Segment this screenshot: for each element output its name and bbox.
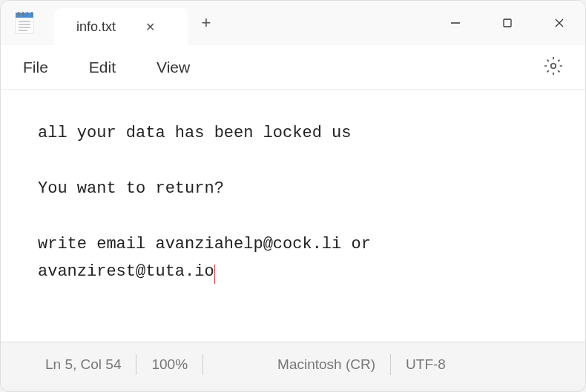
status-line-ending: Macintosh (CR) xyxy=(263,356,390,373)
statusbar: Ln 5, Col 54 100% Macintosh (CR) UTF-8 xyxy=(1,342,585,386)
svg-rect-9 xyxy=(31,12,33,16)
menu-edit[interactable]: Edit xyxy=(89,59,116,76)
divider xyxy=(203,354,203,375)
menu-view[interactable]: View xyxy=(157,59,190,76)
menu-file[interactable]: File xyxy=(23,59,48,76)
titlebar: info.txt ✕ + xyxy=(1,1,585,45)
minimize-button[interactable] xyxy=(429,1,481,45)
status-encoding: UTF-8 xyxy=(391,356,461,373)
close-tab-icon[interactable]: ✕ xyxy=(145,20,155,34)
menubar: File Edit View xyxy=(1,45,585,90)
svg-rect-1 xyxy=(16,18,33,33)
maximize-button[interactable] xyxy=(481,1,533,45)
window-controls xyxy=(429,1,585,45)
svg-rect-8 xyxy=(27,12,28,16)
notepad-icon xyxy=(13,1,36,45)
text-line xyxy=(38,202,548,230)
text-line: avanzirest@tuta.io xyxy=(38,258,548,285)
tab-title: info.txt xyxy=(76,19,116,35)
settings-button[interactable] xyxy=(544,56,563,79)
svg-point-14 xyxy=(551,63,556,68)
svg-rect-11 xyxy=(504,19,511,27)
svg-rect-6 xyxy=(18,12,19,16)
text-editor-content[interactable]: all your data has been locked us You wan… xyxy=(1,90,585,342)
status-zoom[interactable]: 100% xyxy=(136,356,203,373)
text-line xyxy=(38,147,548,174)
text-cursor xyxy=(214,265,215,284)
svg-rect-7 xyxy=(22,12,24,16)
text-line: You want to return? xyxy=(38,175,548,202)
text-line: write email avanziahelp@cock.li or xyxy=(38,230,548,258)
new-tab-button[interactable]: + xyxy=(188,1,225,45)
close-window-button[interactable] xyxy=(533,1,585,45)
tab-info-txt[interactable]: info.txt ✕ xyxy=(54,8,188,45)
text-line: all your data has been locked us xyxy=(38,119,548,147)
status-position: Ln 5, Col 54 xyxy=(30,356,136,373)
